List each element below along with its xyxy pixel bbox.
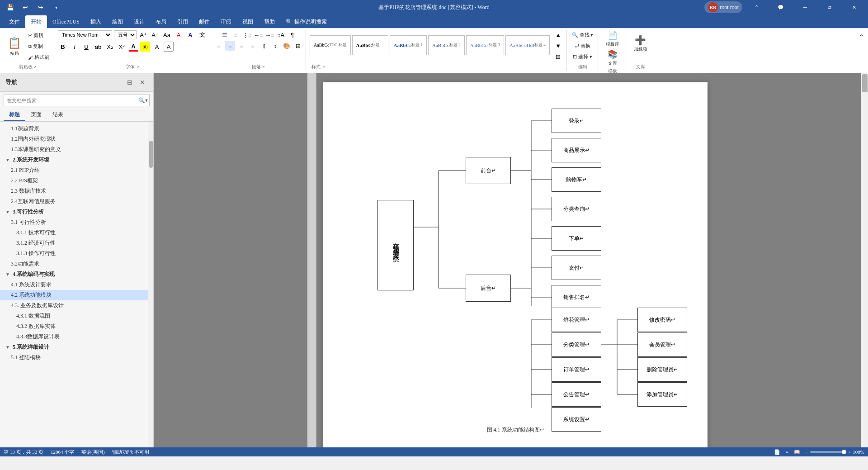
tab-insert[interactable]: 插入: [85, 15, 107, 28]
copy-button[interactable]: ⧉ 复制: [26, 42, 51, 52]
nav-item-13[interactable]: 3.2功能需求: [0, 259, 148, 269]
cut-button[interactable]: ✂ 剪切: [26, 31, 51, 41]
search-input[interactable]: [4, 98, 137, 103]
underline-button[interactable]: U: [81, 42, 91, 52]
restore-button[interactable]: ⧉: [819, 0, 840, 14]
nav-item-22[interactable]: 5.1 登陆模块: [0, 352, 148, 363]
nav-item-3[interactable]: ▼2.系统开发环境: [0, 155, 148, 165]
nav-scroll-thumb[interactable]: [149, 141, 153, 168]
multilevel-list-button[interactable]: ⋮≡: [242, 30, 252, 40]
numbered-list-button[interactable]: ≡: [231, 30, 241, 40]
align-left-button[interactable]: ≡: [214, 41, 224, 51]
font-grow-button[interactable]: A⁺: [138, 30, 148, 40]
nav-item-0[interactable]: 1.1课题背景: [0, 123, 148, 134]
nav-tab-pages[interactable]: 页面: [25, 109, 47, 121]
style-heading2[interactable]: AaBbCc 标题 2: [428, 35, 465, 55]
redo-button[interactable]: ↪: [34, 1, 47, 14]
tab-home[interactable]: 开始: [25, 15, 47, 28]
minimize-button[interactable]: ─: [795, 0, 816, 14]
subscript-button[interactable]: X₂: [105, 42, 115, 52]
zoom-slider[interactable]: [810, 451, 846, 453]
highlight-button[interactable]: ab: [140, 42, 150, 52]
nav-item-7[interactable]: 2.4互联网信息服务: [0, 196, 148, 207]
nav-item-8[interactable]: ▼3.可行性分析: [0, 207, 148, 217]
tab-file[interactable]: 文件: [4, 15, 25, 28]
font-name-select[interactable]: Times New Rom: [58, 30, 112, 39]
comments-button[interactable]: 💬: [770, 0, 791, 14]
decrease-indent-button[interactable]: ←≡: [254, 30, 264, 40]
save-button[interactable]: 💾: [4, 1, 16, 14]
phonetic-button[interactable]: 文: [197, 30, 207, 40]
nav-item-17[interactable]: 4.3. 业务及数据库设计: [0, 300, 148, 311]
search-button[interactable]: 🔍▾: [137, 95, 149, 106]
sort-button[interactable]: ↕A: [276, 30, 286, 40]
justify-button[interactable]: ≡: [248, 41, 258, 51]
nav-item-12[interactable]: 3.1.3 操作可行性: [0, 248, 148, 259]
tab-help[interactable]: 帮助: [259, 15, 280, 28]
template-library-button[interactable]: 📄 模板库: [603, 30, 623, 48]
add-ons-button[interactable]: ➕ 加载项: [631, 30, 651, 57]
nav-close-button[interactable]: ✕: [137, 77, 148, 88]
nav-item-20[interactable]: 4.3.3数据库设计表: [0, 332, 148, 342]
library-button[interactable]: 📚 文库: [603, 49, 623, 67]
superscript-button[interactable]: X²: [117, 42, 127, 52]
change-case-button[interactable]: Aa: [162, 30, 172, 40]
tab-officeplus[interactable]: OfficePLUS: [47, 15, 85, 28]
tab-review[interactable]: 审阅: [215, 15, 237, 28]
vertical-scrollbar[interactable]: [861, 73, 868, 447]
undo-button[interactable]: ↩: [19, 1, 32, 14]
bold-button[interactable]: B: [58, 42, 68, 52]
nav-item-16[interactable]: 4.2 系统功能模块: [0, 290, 148, 300]
nav-tab-results[interactable]: 结果: [47, 109, 69, 121]
find-button[interactable]: 🔍查找 ▾: [570, 30, 595, 40]
nav-item-2[interactable]: 1.3本课题研究的意义: [0, 144, 148, 155]
clear-format-button[interactable]: A: [174, 30, 184, 40]
nav-tab-headings[interactable]: 标题: [4, 109, 25, 121]
zoom-in-button[interactable]: +: [848, 449, 851, 455]
style-heading4[interactable]: AaBbCcDdI 标题 4: [505, 35, 550, 55]
nav-item-11[interactable]: 3.1.2 经济可行性: [0, 238, 148, 248]
view-reader-icon[interactable]: 📖: [794, 449, 800, 455]
align-right-button[interactable]: ≡: [236, 41, 246, 51]
align-center-button[interactable]: ≡: [225, 41, 235, 51]
line-spacing-button[interactable]: ↕: [270, 41, 280, 51]
style-heading1[interactable]: AaBbCc 标题 1: [390, 35, 427, 55]
view-normal-icon[interactable]: 📄: [774, 449, 780, 455]
nav-item-5[interactable]: 2.2 B/S框架: [0, 176, 148, 186]
zoom-out-button[interactable]: −: [806, 449, 808, 455]
replace-button[interactable]: ⇄替换: [573, 41, 592, 51]
italic-button[interactable]: I: [70, 42, 80, 52]
close-button[interactable]: ✕: [844, 0, 864, 14]
font-color-button[interactable]: A: [128, 42, 138, 52]
nav-item-18[interactable]: 4.3.1 数据流图: [0, 311, 148, 321]
styles-expand[interactable]: ⊞: [553, 52, 563, 62]
select-button[interactable]: ⊡选择 ▾: [571, 52, 594, 62]
nav-item-6[interactable]: 2.3 数据库技术: [0, 186, 148, 196]
strikethrough-button[interactable]: ab: [93, 42, 103, 52]
nav-item-9[interactable]: 3.1 可行性分析: [0, 217, 148, 228]
border-para-button[interactable]: ⊞: [293, 41, 303, 51]
ribbon-collapse-chevron[interactable]: ⌃: [856, 32, 866, 42]
nav-item-19[interactable]: 4.3.2 数据库实体: [0, 321, 148, 332]
ribbon-collapse-button[interactable]: ⌃: [746, 0, 767, 14]
tab-draw[interactable]: 绘图: [107, 15, 128, 28]
border-button[interactable]: A: [164, 42, 174, 52]
styles-scroll-up[interactable]: ▲: [553, 30, 563, 40]
tab-search[interactable]: 🔍操作说明搜索: [280, 15, 332, 28]
nav-scrollbar[interactable]: [148, 122, 153, 447]
increase-indent-button[interactable]: →≡: [265, 30, 275, 40]
styles-scroll-down[interactable]: ▼: [553, 41, 563, 51]
format-painter-button[interactable]: 🖌 格式刷: [26, 52, 51, 62]
text-effects-button[interactable]: A: [185, 30, 195, 40]
nav-item-14[interactable]: ▼4.系统编码与实现: [0, 269, 148, 280]
style-toc[interactable]: AaBbCc TOC 标题: [310, 35, 351, 55]
nav-collapse-button[interactable]: ⊟: [124, 77, 135, 88]
tab-references[interactable]: 引用: [172, 15, 193, 28]
bullet-list-button[interactable]: ☰: [220, 30, 230, 40]
show-marks-button[interactable]: ¶: [288, 30, 297, 40]
nav-item-21[interactable]: ▼5.系统详细设计: [0, 342, 148, 352]
columns-button[interactable]: ⫿: [259, 41, 269, 51]
nav-item-10[interactable]: 3.1.1 技术可行性: [0, 228, 148, 238]
nav-item-15[interactable]: 4.1 系统设计要求: [0, 280, 148, 290]
shading-button[interactable]: 🎨: [282, 41, 292, 51]
